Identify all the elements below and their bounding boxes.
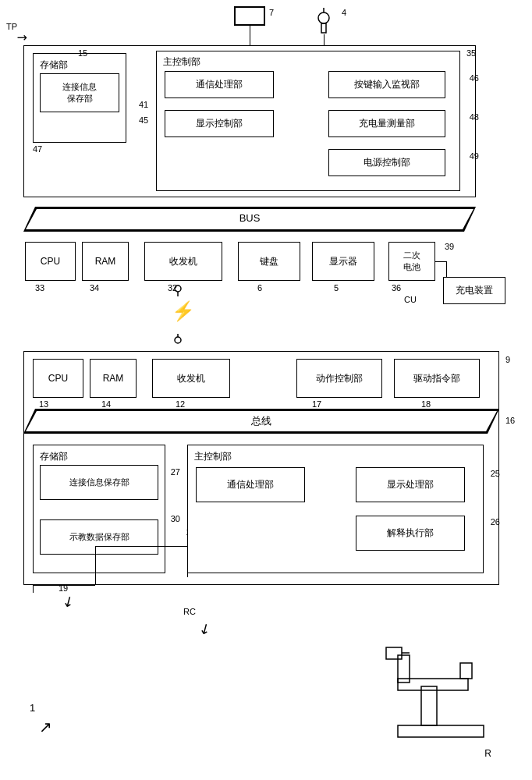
- conn-info-bottom-box: 连接信息保存部: [40, 465, 158, 500]
- num25: 25: [491, 469, 500, 478]
- power-ctrl-label: 电源控制部: [364, 156, 410, 169]
- storage-box-top: 存储部 连接信息保存部: [33, 53, 126, 143]
- teach-data-box: 示教数据保存部: [40, 519, 158, 555]
- svg-rect-0: [321, 23, 326, 33]
- comm-proc-label-bottom: 通信处理部: [227, 478, 274, 491]
- svg-point-1: [318, 12, 329, 23]
- lightning-bolt: ⚡: [172, 300, 195, 322]
- teach-data-label: 示教数据保存部: [69, 531, 129, 543]
- bus-bottom-label: 总线: [23, 414, 499, 428]
- transceiver-num-bottom: 12: [176, 399, 185, 409]
- interpret-exec-label: 解释执行部: [387, 526, 434, 540]
- svg-rect-16: [386, 647, 402, 659]
- battery-num: 36: [392, 283, 401, 292]
- battery-charger-line: [435, 261, 447, 262]
- charge-measure-label: 充电量测量部: [359, 117, 415, 130]
- arrow-1: ↗: [39, 718, 52, 736]
- display-label-top: 显示器: [329, 255, 357, 268]
- line-top-2: [324, 34, 325, 45]
- svg-rect-12: [421, 686, 437, 725]
- robot-r-illustration: R: [382, 632, 499, 767]
- bus-top-label: BUS: [23, 212, 476, 224]
- num9: 9: [505, 355, 510, 364]
- bottom-line-19h: [95, 546, 187, 547]
- bottom-storage-label: 存储部: [40, 450, 68, 463]
- drive-cmd-label: 驱动指令部: [413, 372, 460, 385]
- keyboard-num: 6: [257, 283, 262, 292]
- conn-info-bottom-label: 连接信息保存部: [69, 477, 129, 488]
- cpu-num-top: 33: [35, 283, 44, 292]
- cpu-num-bottom: 13: [39, 399, 48, 409]
- cu-label: CU: [404, 295, 417, 304]
- num15: 15: [78, 48, 87, 58]
- cpu-box-bottom: CPU: [33, 359, 83, 398]
- interpret-exec-box: 解释执行部: [356, 516, 465, 551]
- num26: 26: [491, 517, 500, 526]
- comm-proc-label-top: 通信处理部: [196, 78, 243, 91]
- ram-label-top: RAM: [95, 256, 116, 267]
- r-label: R: [484, 748, 491, 759]
- comm-proc-box-top: 通信处理部: [165, 71, 274, 98]
- wireless-signal-top: [170, 285, 186, 299]
- antenna-icon: [308, 4, 339, 37]
- display-num-top: 5: [334, 283, 339, 292]
- num48: 48: [470, 112, 479, 122]
- num7: 7: [269, 8, 274, 17]
- charger-label: 充电装置: [456, 284, 493, 297]
- num41: 41: [139, 100, 148, 109]
- arrow19: ↙: [59, 591, 78, 612]
- display-proc-box: 显示处理部: [356, 467, 465, 502]
- bottom-storage-outer: 存储部 连接信息保存部 示教数据保存部 27 30 21: [33, 445, 165, 573]
- charge-measure-box: 充电量测量部: [328, 110, 445, 137]
- main-control-box-top: 主控制部 通信处理部 按键输入监视部 显示控制部 充电量测量部 电源控制部 46…: [156, 51, 460, 191]
- num35: 35: [466, 48, 476, 58]
- transceiver-box-bottom: 收发机: [152, 359, 230, 398]
- display-proc-label: 显示处理部: [387, 478, 434, 491]
- num49: 49: [470, 151, 479, 161]
- battery-charger-vert: [446, 261, 447, 277]
- num1: 1: [30, 702, 35, 714]
- cpu-label-bottom: CPU: [48, 373, 68, 384]
- connection-info-box-top: 连接信息保存部: [40, 73, 119, 112]
- svg-point-7: [175, 337, 181, 343]
- cpu-box-top: CPU: [25, 242, 76, 281]
- motion-ctrl-box: 动作控制部: [296, 359, 382, 398]
- bottom-line-rc: [187, 546, 188, 577]
- ram-num-top: 34: [90, 283, 99, 292]
- charger-box: 充电装置: [443, 277, 505, 304]
- ram-label-bottom: RAM: [103, 373, 124, 384]
- num16: 16: [505, 416, 515, 425]
- drive-cmd-num: 18: [421, 399, 431, 409]
- display-ctrl-label: 显示控制部: [196, 117, 243, 130]
- transceiver-label-top: 收发机: [169, 255, 197, 268]
- ram-num-bottom: 14: [101, 399, 111, 409]
- svg-rect-13: [398, 679, 468, 690]
- key-input-label: 按键输入监视部: [354, 78, 420, 91]
- bus-bottom-container: 总线: [23, 409, 499, 434]
- num4: 4: [342, 8, 346, 17]
- battery-box: 二次电池: [388, 242, 435, 281]
- tp-label: TP: [6, 22, 17, 31]
- bus-top-container: BUS: [23, 207, 476, 232]
- bottom-line-left: [33, 585, 34, 593]
- storage-label-top: 存储部: [40, 58, 68, 72]
- line-top-1: [250, 37, 250, 45]
- main-control-label-top: 主控制部: [163, 55, 200, 69]
- svg-rect-11: [398, 725, 484, 737]
- keyboard-box: 键盘: [238, 242, 300, 281]
- top-device-icon: [234, 6, 265, 26]
- num30: 30: [171, 514, 180, 523]
- key-input-box: 按键输入监视部: [328, 71, 445, 98]
- num39: 39: [445, 242, 454, 251]
- wireless-signal-bottom: [170, 334, 186, 348]
- num45: 45: [139, 115, 148, 125]
- battery-label: 二次电池: [403, 250, 420, 273]
- bottom-line-19: [33, 585, 95, 586]
- display-box-top: 显示器: [312, 242, 374, 281]
- bottom-line-19v: [95, 546, 96, 585]
- motion-ctrl-label: 动作控制部: [316, 372, 363, 385]
- power-ctrl-box: 电源控制部: [328, 149, 445, 176]
- num47: 47: [33, 144, 42, 154]
- cpu-label-top: CPU: [41, 256, 60, 267]
- ram-box-top: RAM: [82, 242, 129, 281]
